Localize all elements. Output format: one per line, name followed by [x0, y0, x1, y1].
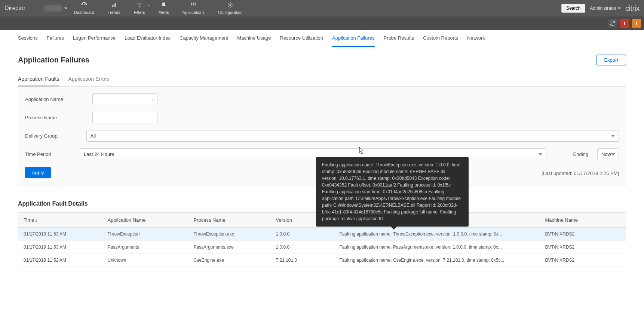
svg-rect-7 — [193, 3, 194, 4]
bell-icon — [160, 2, 167, 9]
gear-icon — [227, 2, 234, 9]
secondary-bar: ! ! — [0, 16, 644, 30]
col-header-time[interactable]: Time↓ — [18, 213, 102, 228]
nav-item-alerts[interactable]: Alerts — [152, 0, 176, 16]
sub-nav-resource-utilization[interactable]: Resource Utilization — [280, 30, 323, 47]
svg-rect-8 — [195, 3, 196, 4]
cell-process-name: ThrowException.exe — [188, 228, 271, 241]
site-name-blur — [44, 5, 62, 12]
admin-label: Administrator — [590, 6, 616, 11]
app-name-input[interactable] — [92, 93, 157, 105]
top-header: Director DashboardTrendsFilters▾AlertsAp… — [0, 0, 644, 16]
last-updated-text: [Last updated: 01/17/2019 2:25 PM] — [542, 170, 619, 176]
delivery-group-select[interactable]: All — [86, 130, 619, 142]
cell-machine-name: BVT\NIXRDS2 — [540, 254, 626, 267]
ending-value: Now — [601, 151, 611, 157]
nav-item-applications[interactable]: Applications — [176, 0, 211, 16]
sub-nav-capacity-management[interactable]: Capacity Management — [180, 30, 228, 47]
alert-badge-critical[interactable]: ! — [620, 19, 629, 28]
cell-time: 01/17/2019 11:53 AM — [18, 241, 102, 254]
filter-label-time-period: Time Period — [25, 151, 71, 157]
site-dropdown[interactable] — [44, 5, 67, 12]
cell-description: Faulting application name: ThrowExceptio… — [334, 228, 540, 241]
sub-nav: SessionsFailuresLogon PerformanceLoad Ev… — [0, 30, 644, 47]
table-row[interactable]: 01/17/2019 11:53 AMThrowExceptionThrowEx… — [18, 228, 626, 241]
cell-time: 01/17/2019 11:52 AM — [18, 254, 102, 267]
sub-nav-machine-usage[interactable]: Machine Usage — [237, 30, 271, 47]
cell-description: Faulting application name: PassArguments… — [334, 241, 540, 254]
ending-select[interactable]: Now — [597, 148, 619, 160]
time-period-select[interactable]: Last 24 Hours — [80, 148, 546, 160]
chevron-down-icon: ▾ — [148, 4, 150, 7]
chevron-down-icon — [539, 153, 542, 156]
cell-description: Faulting application name: CseEngine.exe… — [334, 254, 540, 267]
page-header: Application Failures Export — [18, 55, 626, 65]
time-period-value: Last 24 Hours — [84, 151, 114, 157]
process-name-input[interactable] — [92, 112, 157, 123]
svg-rect-11 — [195, 4, 196, 6]
search-button[interactable]: Search — [561, 4, 585, 13]
cell-app-name: Unknown — [102, 254, 188, 267]
nav-label: Dashboard — [74, 10, 94, 15]
cell-version: 7.21.101.0 — [271, 254, 334, 267]
export-button[interactable]: Export — [596, 55, 626, 65]
cell-machine-name: BVT\NIXRDS2 — [540, 241, 626, 254]
citrix-logo: citrix — [625, 4, 640, 13]
delivery-group-value: All — [91, 133, 96, 139]
sub-nav-load-evaluator-index[interactable]: Load Evaluator Index — [125, 30, 171, 47]
tab-application-errors[interactable]: Application Errors — [68, 72, 110, 86]
nav-label: Trends — [108, 10, 120, 15]
gauge-icon — [81, 2, 88, 9]
app-title: Director — [4, 5, 25, 12]
sub-nav-custom-reports[interactable]: Custom Reports — [423, 30, 458, 47]
filter-label-process-name: Process Name — [25, 115, 83, 120]
sub-nav-failures[interactable]: Failures — [47, 30, 64, 47]
filter-label-ending: Ending — [573, 151, 588, 157]
admin-menu[interactable]: Administrator — [590, 6, 621, 11]
ending-group: Ending Now — [573, 148, 619, 160]
filter-row-delivery-group: Delivery Group All — [25, 130, 619, 142]
nav-label: Applications — [183, 10, 205, 15]
nav-label: Alerts — [159, 10, 169, 15]
col-header-app-name[interactable]: Application Name — [102, 213, 188, 228]
col-header-machine-name[interactable]: Machine Name — [540, 213, 626, 228]
cell-app-name: PassArguments — [102, 241, 188, 254]
cell-time: 01/17/2019 11:53 AM — [18, 228, 102, 241]
nav-item-filters[interactable]: Filters▾ — [127, 0, 152, 16]
sub-nav-sessions[interactable]: Sessions — [18, 30, 38, 47]
tab-application-faults[interactable]: Application Faults — [18, 72, 59, 86]
sub-nav-network[interactable]: Network — [467, 30, 485, 47]
svg-rect-6 — [191, 3, 192, 4]
refresh-button[interactable] — [608, 19, 617, 28]
description-tooltip: Faulting application name: ThrowExceptio… — [316, 157, 469, 227]
nav-item-configuration[interactable]: Configuration — [211, 0, 249, 16]
filter-icon — [136, 2, 143, 9]
svg-rect-4 — [138, 4, 141, 5]
svg-rect-0 — [112, 5, 113, 7]
svg-rect-2 — [115, 3, 116, 7]
cell-machine-name: BVT\NIXRDS2 — [540, 228, 626, 241]
table-row[interactable]: 01/17/2019 11:53 AMPassArgumentsPassArgu… — [18, 241, 626, 254]
svg-rect-10 — [193, 4, 194, 6]
apply-button[interactable]: Apply — [25, 167, 51, 178]
chevron-down-icon — [64, 7, 67, 9]
secondary-tabs: Application FaultsApplication Errors — [18, 72, 626, 87]
filter-row-app-name: Application Name ⌕ — [25, 93, 619, 105]
nav-item-dashboard[interactable]: Dashboard — [67, 0, 101, 16]
svg-rect-5 — [139, 6, 140, 7]
chevron-down-icon — [618, 7, 621, 9]
nav-label: Configuration — [218, 10, 242, 15]
cursor-icon — [359, 147, 365, 154]
sub-nav-logon-performance[interactable]: Logon Performance — [73, 30, 116, 47]
filter-control-process-name — [92, 112, 157, 123]
filter-row-process-name: Process Name — [25, 112, 619, 123]
main-nav: DashboardTrendsFilters▾AlertsApplication… — [67, 0, 249, 16]
header-right-actions: Search Administrator citrix — [561, 4, 640, 13]
sub-nav-application-failures[interactable]: Application Failures — [332, 30, 374, 47]
sub-nav-probe-results[interactable]: Probe Results — [384, 30, 414, 47]
table-row[interactable]: 01/17/2019 11:52 AMUnknownCseEngine.exe7… — [18, 254, 626, 267]
nav-item-trends[interactable]: Trends — [101, 0, 127, 16]
col-header-process-name[interactable]: Process Name — [188, 213, 271, 228]
alert-badge-warning[interactable]: ! — [632, 19, 641, 28]
chevron-down-icon — [611, 135, 615, 137]
